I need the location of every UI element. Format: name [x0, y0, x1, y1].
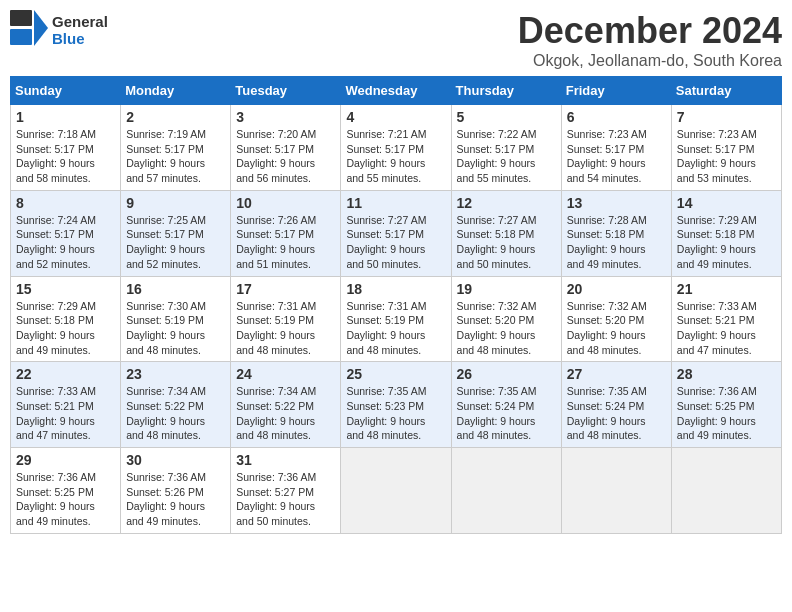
calendar-day-cell: 15Sunrise: 7:29 AMSunset: 5:18 PMDayligh…	[11, 276, 121, 362]
calendar-day-cell: 16Sunrise: 7:30 AMSunset: 5:19 PMDayligh…	[121, 276, 231, 362]
day-info: Sunrise: 7:25 AMSunset: 5:17 PMDaylight:…	[126, 213, 225, 272]
svg-rect-1	[10, 29, 32, 45]
title-block: December 2024 Okgok, Jeollanam-do, South…	[518, 10, 782, 70]
day-info: Sunrise: 7:35 AMSunset: 5:24 PMDaylight:…	[457, 384, 556, 443]
day-info: Sunrise: 7:33 AMSunset: 5:21 PMDaylight:…	[677, 299, 776, 358]
day-number: 26	[457, 366, 556, 382]
weekday-header: Sunday	[11, 77, 121, 105]
calendar-day-cell	[341, 448, 451, 534]
day-number: 31	[236, 452, 335, 468]
day-number: 2	[126, 109, 225, 125]
day-number: 29	[16, 452, 115, 468]
weekday-header: Tuesday	[231, 77, 341, 105]
day-number: 30	[126, 452, 225, 468]
day-info: Sunrise: 7:23 AMSunset: 5:17 PMDaylight:…	[677, 127, 776, 186]
calendar-day-cell: 23Sunrise: 7:34 AMSunset: 5:22 PMDayligh…	[121, 362, 231, 448]
calendar-day-cell	[451, 448, 561, 534]
calendar-day-cell: 12Sunrise: 7:27 AMSunset: 5:18 PMDayligh…	[451, 190, 561, 276]
logo-text-block: General Blue	[52, 13, 108, 48]
day-info: Sunrise: 7:36 AMSunset: 5:25 PMDaylight:…	[16, 470, 115, 529]
logo-svg	[10, 10, 48, 46]
day-info: Sunrise: 7:26 AMSunset: 5:17 PMDaylight:…	[236, 213, 335, 272]
day-number: 20	[567, 281, 666, 297]
day-number: 19	[457, 281, 556, 297]
day-number: 4	[346, 109, 445, 125]
logo-container: General Blue	[10, 10, 108, 50]
day-number: 11	[346, 195, 445, 211]
day-info: Sunrise: 7:33 AMSunset: 5:21 PMDaylight:…	[16, 384, 115, 443]
calendar-day-cell: 8Sunrise: 7:24 AMSunset: 5:17 PMDaylight…	[11, 190, 121, 276]
day-info: Sunrise: 7:24 AMSunset: 5:17 PMDaylight:…	[16, 213, 115, 272]
weekday-header: Monday	[121, 77, 231, 105]
calendar-day-cell: 14Sunrise: 7:29 AMSunset: 5:18 PMDayligh…	[671, 190, 781, 276]
day-number: 15	[16, 281, 115, 297]
day-number: 14	[677, 195, 776, 211]
day-info: Sunrise: 7:21 AMSunset: 5:17 PMDaylight:…	[346, 127, 445, 186]
calendar-day-cell: 3Sunrise: 7:20 AMSunset: 5:17 PMDaylight…	[231, 105, 341, 191]
day-info: Sunrise: 7:27 AMSunset: 5:18 PMDaylight:…	[457, 213, 556, 272]
day-info: Sunrise: 7:20 AMSunset: 5:17 PMDaylight:…	[236, 127, 335, 186]
calendar-week-row: 29Sunrise: 7:36 AMSunset: 5:25 PMDayligh…	[11, 448, 782, 534]
day-info: Sunrise: 7:28 AMSunset: 5:18 PMDaylight:…	[567, 213, 666, 272]
day-info: Sunrise: 7:36 AMSunset: 5:25 PMDaylight:…	[677, 384, 776, 443]
calendar-day-cell: 11Sunrise: 7:27 AMSunset: 5:17 PMDayligh…	[341, 190, 451, 276]
weekday-header: Saturday	[671, 77, 781, 105]
logo-general-text: General	[52, 13, 108, 30]
day-number: 22	[16, 366, 115, 382]
calendar-day-cell: 18Sunrise: 7:31 AMSunset: 5:19 PMDayligh…	[341, 276, 451, 362]
svg-rect-0	[10, 10, 32, 26]
day-info: Sunrise: 7:29 AMSunset: 5:18 PMDaylight:…	[677, 213, 776, 272]
calendar-day-cell: 28Sunrise: 7:36 AMSunset: 5:25 PMDayligh…	[671, 362, 781, 448]
day-number: 21	[677, 281, 776, 297]
day-number: 9	[126, 195, 225, 211]
logo-icon-wrapper	[10, 10, 48, 50]
calendar-day-cell: 22Sunrise: 7:33 AMSunset: 5:21 PMDayligh…	[11, 362, 121, 448]
calendar-day-cell: 9Sunrise: 7:25 AMSunset: 5:17 PMDaylight…	[121, 190, 231, 276]
calendar-day-cell: 19Sunrise: 7:32 AMSunset: 5:20 PMDayligh…	[451, 276, 561, 362]
day-number: 27	[567, 366, 666, 382]
calendar-week-row: 8Sunrise: 7:24 AMSunset: 5:17 PMDaylight…	[11, 190, 782, 276]
day-number: 3	[236, 109, 335, 125]
day-number: 12	[457, 195, 556, 211]
svg-marker-2	[34, 10, 48, 46]
calendar-day-cell: 24Sunrise: 7:34 AMSunset: 5:22 PMDayligh…	[231, 362, 341, 448]
day-number: 1	[16, 109, 115, 125]
day-number: 16	[126, 281, 225, 297]
day-info: Sunrise: 7:18 AMSunset: 5:17 PMDaylight:…	[16, 127, 115, 186]
subtitle: Okgok, Jeollanam-do, South Korea	[518, 52, 782, 70]
calendar-day-cell: 6Sunrise: 7:23 AMSunset: 5:17 PMDaylight…	[561, 105, 671, 191]
day-info: Sunrise: 7:34 AMSunset: 5:22 PMDaylight:…	[236, 384, 335, 443]
day-number: 28	[677, 366, 776, 382]
day-info: Sunrise: 7:32 AMSunset: 5:20 PMDaylight:…	[567, 299, 666, 358]
logo: General Blue	[10, 10, 108, 50]
weekday-header-row: SundayMondayTuesdayWednesdayThursdayFrid…	[11, 77, 782, 105]
calendar-day-cell: 2Sunrise: 7:19 AMSunset: 5:17 PMDaylight…	[121, 105, 231, 191]
day-number: 13	[567, 195, 666, 211]
day-number: 5	[457, 109, 556, 125]
day-info: Sunrise: 7:35 AMSunset: 5:23 PMDaylight:…	[346, 384, 445, 443]
calendar-day-cell: 13Sunrise: 7:28 AMSunset: 5:18 PMDayligh…	[561, 190, 671, 276]
calendar-day-cell: 7Sunrise: 7:23 AMSunset: 5:17 PMDaylight…	[671, 105, 781, 191]
day-info: Sunrise: 7:36 AMSunset: 5:26 PMDaylight:…	[126, 470, 225, 529]
calendar-day-cell: 4Sunrise: 7:21 AMSunset: 5:17 PMDaylight…	[341, 105, 451, 191]
calendar-day-cell	[671, 448, 781, 534]
calendar-table: SundayMondayTuesdayWednesdayThursdayFrid…	[10, 76, 782, 534]
day-info: Sunrise: 7:34 AMSunset: 5:22 PMDaylight:…	[126, 384, 225, 443]
calendar-day-cell: 30Sunrise: 7:36 AMSunset: 5:26 PMDayligh…	[121, 448, 231, 534]
day-number: 6	[567, 109, 666, 125]
day-info: Sunrise: 7:27 AMSunset: 5:17 PMDaylight:…	[346, 213, 445, 272]
day-number: 17	[236, 281, 335, 297]
day-info: Sunrise: 7:31 AMSunset: 5:19 PMDaylight:…	[236, 299, 335, 358]
day-number: 25	[346, 366, 445, 382]
calendar-week-row: 1Sunrise: 7:18 AMSunset: 5:17 PMDaylight…	[11, 105, 782, 191]
calendar-day-cell: 26Sunrise: 7:35 AMSunset: 5:24 PMDayligh…	[451, 362, 561, 448]
day-info: Sunrise: 7:32 AMSunset: 5:20 PMDaylight:…	[457, 299, 556, 358]
weekday-header: Wednesday	[341, 77, 451, 105]
day-info: Sunrise: 7:29 AMSunset: 5:18 PMDaylight:…	[16, 299, 115, 358]
day-number: 24	[236, 366, 335, 382]
day-info: Sunrise: 7:23 AMSunset: 5:17 PMDaylight:…	[567, 127, 666, 186]
day-info: Sunrise: 7:22 AMSunset: 5:17 PMDaylight:…	[457, 127, 556, 186]
day-info: Sunrise: 7:31 AMSunset: 5:19 PMDaylight:…	[346, 299, 445, 358]
calendar-week-row: 15Sunrise: 7:29 AMSunset: 5:18 PMDayligh…	[11, 276, 782, 362]
day-info: Sunrise: 7:35 AMSunset: 5:24 PMDaylight:…	[567, 384, 666, 443]
